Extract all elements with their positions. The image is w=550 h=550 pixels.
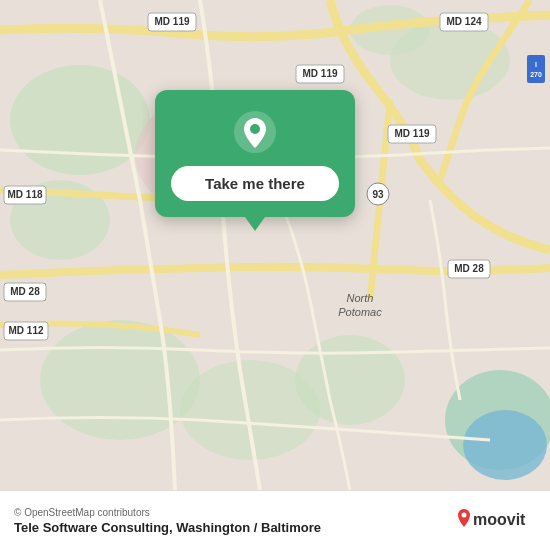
location-pin-icon	[233, 110, 277, 154]
svg-rect-31	[527, 55, 545, 83]
svg-text:MD 119: MD 119	[394, 128, 429, 139]
moovit-logo: moovit	[456, 507, 536, 535]
svg-text:93: 93	[372, 189, 384, 200]
svg-text:MD 124: MD 124	[446, 16, 481, 27]
svg-text:270: 270	[530, 71, 542, 78]
svg-text:MD 119: MD 119	[154, 16, 189, 27]
svg-point-10	[463, 410, 547, 480]
take-me-there-button[interactable]: Take me there	[171, 166, 339, 201]
svg-point-1	[10, 65, 150, 175]
svg-text:Potomac: Potomac	[338, 306, 382, 318]
bottom-bar: © OpenStreetMap contributors Tele Softwa…	[0, 490, 550, 550]
svg-point-3	[40, 320, 200, 440]
popup-card: Take me there	[155, 90, 355, 217]
svg-text:MD 28: MD 28	[10, 286, 40, 297]
attribution-text: © OpenStreetMap contributors	[14, 507, 321, 518]
svg-text:MD 118: MD 118	[7, 189, 42, 200]
svg-text:I: I	[535, 61, 537, 68]
svg-point-35	[250, 124, 260, 134]
svg-text:North: North	[347, 292, 374, 304]
svg-text:moovit: moovit	[473, 511, 526, 528]
bottom-left-info: © OpenStreetMap contributors Tele Softwa…	[14, 507, 321, 535]
svg-text:MD 112: MD 112	[8, 325, 43, 336]
svg-text:MD 119: MD 119	[302, 68, 337, 79]
svg-text:MD 28: MD 28	[454, 263, 484, 274]
location-name: Tele Software Consulting, Washington / B…	[14, 520, 321, 535]
map-container: MD 119 MD 124 MD 119 MD 119 MD 118 93 MD…	[0, 0, 550, 490]
svg-point-5	[295, 335, 405, 425]
svg-point-36	[462, 512, 467, 517]
map-svg: MD 119 MD 124 MD 119 MD 119 MD 118 93 MD…	[0, 0, 550, 490]
moovit-brand-icon: moovit	[456, 507, 536, 535]
